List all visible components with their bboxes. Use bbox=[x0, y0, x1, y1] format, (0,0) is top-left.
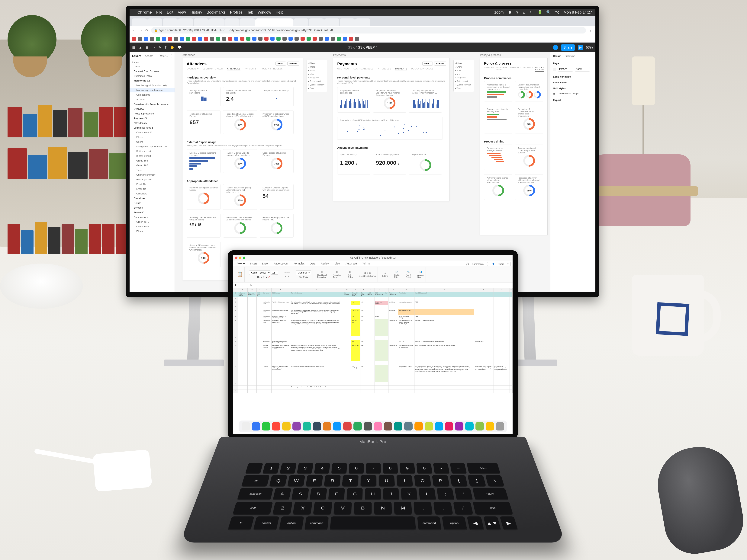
dash-tab[interactable]: POLICY & PROCESS bbox=[261, 68, 283, 71]
metric-card[interactable]: Number of External Experts per activity2… bbox=[223, 87, 257, 106]
layer-item[interactable]: Component 11 bbox=[130, 130, 175, 135]
metric-card[interactable]: Number of External Experts with influenc… bbox=[260, 184, 293, 210]
dock-app-icon[interactable] bbox=[282, 422, 290, 430]
metric-card[interactable]: External Expert payment rate beyond FMV bbox=[260, 214, 293, 238]
present-button[interactable]: ▶ bbox=[578, 45, 583, 50]
filter-panel[interactable]: ◦ Filters▸ where▸ which▸ when▸ Navigatio… bbox=[307, 60, 327, 92]
hand-tool-icon[interactable]: ✋ bbox=[170, 45, 174, 50]
app-name[interactable]: Chrome bbox=[137, 10, 152, 15]
layer-item[interactable]: Button export bbox=[130, 154, 175, 158]
dash-tab[interactable]: POLICY & PROCESS bbox=[535, 66, 544, 72]
grid-value[interactable]: 12 columns – 1440px bbox=[557, 92, 579, 95]
layer-item[interactable]: Legitimate need 5 bbox=[130, 125, 175, 130]
layer-item[interactable]: Component… bbox=[130, 224, 175, 229]
layer-item[interactable]: Payments 5 bbox=[130, 116, 175, 121]
metric-card[interactable]: External Expert engagement frequency bbox=[187, 149, 221, 173]
menu-bookmarks[interactable]: Bookmarks bbox=[207, 10, 226, 15]
excel-ribbon[interactable]: 📋 Calibri (Body) B I U ▢ 🖌 A ≡ ≡ ≡⇤ ⇥ Ge… bbox=[233, 266, 513, 283]
font-select[interactable]: Calibri (Body) bbox=[249, 270, 271, 275]
chrome-tab-strip[interactable] bbox=[130, 16, 595, 26]
shape-tool-icon[interactable]: ▭ bbox=[152, 45, 155, 50]
dock-app-icon[interactable] bbox=[333, 422, 341, 430]
figma-menu-icon[interactable]: ▦ bbox=[132, 45, 135, 50]
macos-dock[interactable] bbox=[238, 421, 507, 432]
metric-card[interactable]: EE progress towards spending cap bbox=[337, 87, 370, 112]
export-button[interactable]: EXPORT bbox=[287, 61, 299, 65]
menu-history[interactable]: History bbox=[190, 10, 202, 15]
layer-item[interactable]: Button export bbox=[130, 149, 175, 154]
metric-card[interactable]: Spend per activity1,200 £ bbox=[337, 151, 370, 175]
layer-item[interactable]: Green do… bbox=[130, 219, 175, 224]
metric-card[interactable]: Proportion of activities where all GSK p… bbox=[260, 110, 293, 134]
layer-item[interactable]: Attendees 5 bbox=[130, 121, 175, 125]
zoom-level[interactable]: 53% bbox=[586, 46, 593, 50]
layer-item[interactable]: Group 186 bbox=[130, 158, 175, 163]
figma-design-panel[interactable]: Design Prototype Page Local variables Lo… bbox=[550, 52, 595, 292]
layer-item[interactable]: Click here bbox=[130, 191, 175, 196]
chrome-tab[interactable] bbox=[147, 19, 162, 26]
tab-prototype[interactable]: Prototype bbox=[565, 55, 575, 57]
menu-view[interactable]: View bbox=[178, 10, 186, 15]
dash-tab[interactable]: ATTENDEES bbox=[227, 68, 240, 71]
metric-card[interactable]: Role from % engaged External Experts bbox=[187, 184, 221, 210]
comments-button[interactable]: 💬 Comments bbox=[464, 262, 488, 266]
dock-app-icon[interactable] bbox=[374, 422, 382, 430]
tab-draw[interactable]: Draw bbox=[260, 261, 271, 266]
dock-app-icon[interactable] bbox=[303, 422, 311, 430]
comment-tool-icon[interactable]: 💬 bbox=[178, 45, 182, 50]
metric-card[interactable]: Comparison of non-HCP participant rates … bbox=[337, 117, 443, 140]
chrome-tab[interactable] bbox=[178, 19, 193, 26]
menubar-icon[interactable]: ⌂ bbox=[523, 10, 525, 15]
dock-app-icon[interactable] bbox=[384, 422, 392, 430]
dock-app-icon[interactable] bbox=[455, 422, 463, 430]
bg-color-input[interactable] bbox=[558, 67, 573, 72]
dock-app-icon[interactable] bbox=[424, 422, 433, 430]
dash-tab[interactable]: PAYMENTS bbox=[523, 66, 533, 72]
share-button[interactable]: 👤 Share ▾ bbox=[490, 262, 511, 266]
tab-view[interactable]: View bbox=[332, 261, 342, 266]
layer-item[interactable]: Quarter summary bbox=[130, 172, 175, 177]
tab-formulas[interactable]: Formulas bbox=[291, 261, 307, 266]
tab-page-layout[interactable]: Page Layout bbox=[272, 261, 291, 266]
avatar[interactable] bbox=[553, 45, 558, 50]
menu-help[interactable]: Help bbox=[276, 10, 283, 15]
share-button[interactable]: Share bbox=[561, 45, 575, 51]
menubar-battery-icon[interactable]: 🔋 bbox=[537, 10, 542, 15]
layer-item[interactable]: Components bbox=[130, 215, 175, 219]
url-bar[interactable]: 🔒 figma.com/file/XEZ2pcBq8884A7354O1D/GS… bbox=[151, 27, 586, 33]
menu-file[interactable]: File bbox=[156, 10, 162, 15]
frame-tool-icon[interactable]: ⊞ bbox=[146, 45, 148, 50]
menubar-icon[interactable]: ᯤ bbox=[530, 10, 533, 15]
dash-tab[interactable]: LEGITIMATE NEED bbox=[203, 68, 223, 71]
metric-card[interactable]: Proportion of confidential items shared … bbox=[515, 106, 543, 133]
metric-card[interactable]: Total honoraria payments920,000 £ bbox=[373, 151, 406, 175]
menubar-zoom[interactable]: zoom bbox=[494, 10, 504, 15]
font-size-input[interactable] bbox=[271, 271, 278, 275]
tab-design[interactable]: Design bbox=[553, 55, 561, 57]
chrome-bookmarks-bar[interactable] bbox=[130, 35, 595, 43]
layer-item[interactable]: Cover bbox=[130, 64, 175, 69]
dash-tab[interactable]: POLICY & PROCESS bbox=[411, 68, 433, 71]
macos-menubar[interactable]: Chrome File Edit View History Bookmarks … bbox=[130, 9, 595, 16]
dock-app-icon[interactable] bbox=[486, 422, 494, 430]
dash-tab[interactable]: OVERVIEW bbox=[484, 66, 494, 72]
reset-button[interactable]: RESET bbox=[276, 61, 286, 65]
dock-app-icon[interactable] bbox=[465, 422, 473, 430]
metric-card[interactable]: Usage spread of External Experts70% bbox=[260, 149, 293, 173]
excel-titlebar[interactable]: AB Griffin's risk indicators (cleaned) (… bbox=[233, 255, 513, 261]
dash-tab[interactable]: LEGITIMATE NEED bbox=[354, 68, 374, 71]
chrome-tab[interactable] bbox=[163, 19, 178, 26]
dash-tab[interactable]: ATTENDEES bbox=[378, 68, 391, 71]
chrome-tab[interactable] bbox=[225, 19, 239, 26]
menu-profiles[interactable]: Profiles bbox=[230, 10, 243, 15]
frame-payments[interactable]: Payments Payments RESET EXPORT OVERVIEWL… bbox=[333, 58, 450, 201]
dash-tab[interactable]: PAYMENTS bbox=[244, 68, 257, 71]
dock-app-icon[interactable] bbox=[435, 422, 443, 430]
layer-item[interactable]: Screens bbox=[130, 205, 175, 210]
dock-app-icon[interactable] bbox=[292, 422, 301, 430]
metric-card[interactable]: Total participants per activity• bbox=[260, 87, 293, 106]
conditional-formatting-icon[interactable]: ▦ bbox=[321, 271, 323, 273]
tab-automate[interactable]: Automate bbox=[343, 261, 359, 266]
metric-card[interactable]: Level of documentation (policy docs) com… bbox=[515, 81, 543, 102]
local-variables[interactable]: Local variables bbox=[550, 73, 595, 79]
